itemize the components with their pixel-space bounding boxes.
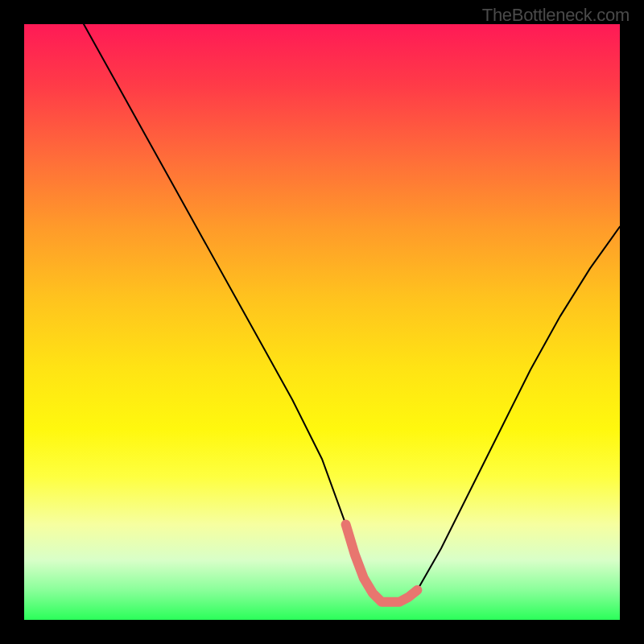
watermark-text: TheBottleneck.com — [482, 5, 630, 26]
chart-frame: TheBottleneck.com — [0, 0, 644, 644]
optimal-range-highlight — [346, 525, 418, 602]
curve-layer — [24, 24, 620, 620]
plot-area — [24, 24, 620, 620]
bottleneck-curve-line — [84, 24, 620, 602]
